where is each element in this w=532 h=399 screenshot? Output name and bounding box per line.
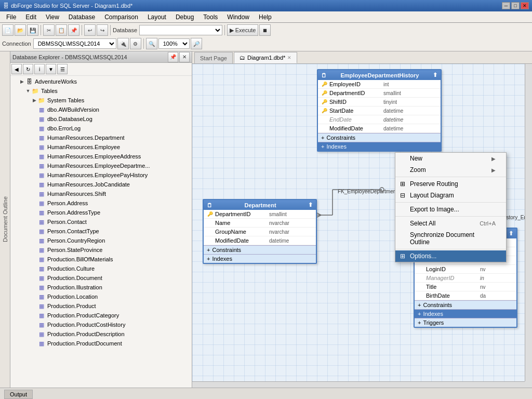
- tb-open[interactable]: 📂: [15, 24, 26, 36]
- tb-copy[interactable]: 📋: [56, 24, 67, 36]
- tb-new[interactable]: 📄: [2, 24, 14, 36]
- menu-database[interactable]: Database: [64, 12, 99, 22]
- tree-item-person-state[interactable]: ▦ Person.StateProvince: [10, 245, 192, 255]
- tree-item-errorlog[interactable]: ▦ dbo.ErrorLog: [10, 124, 192, 133]
- tree-item-person-contact[interactable]: ▦ Person.Contact: [10, 217, 192, 227]
- edh-col-shiftid: ShiftID: [329, 99, 381, 105]
- tree-item-hr-empaddress[interactable]: ▦ HumanResources.EmployeeAddress: [10, 152, 192, 161]
- tree-item-person-contacttype[interactable]: ▦ Person.ContactType: [10, 227, 192, 236]
- tb-save[interactable]: 💾: [27, 24, 38, 36]
- tab-diagram-close[interactable]: ✕: [287, 55, 291, 60]
- collapse-edh[interactable]: ⬆: [433, 72, 437, 78]
- ctx-select-all[interactable]: Select All Ctrl+A: [395, 218, 506, 229]
- vertical-scrollbar[interactable]: [525, 64, 532, 381]
- menu-window[interactable]: Window: [223, 12, 254, 22]
- tb-redo[interactable]: ↪: [97, 24, 108, 36]
- tree-item-person-country[interactable]: ▦ Person.CountryRegion: [10, 236, 192, 245]
- tree-item-prod-culture[interactable]: ▦ Production.Culture: [10, 264, 192, 273]
- tree-item-databaselog[interactable]: ▦ dbo.DatabaseLog: [10, 114, 192, 124]
- tree-item-hr-jobcand[interactable]: ▦ HumanResources.JobCandidate: [10, 180, 192, 189]
- maximize-button[interactable]: □: [511, 2, 520, 9]
- tree-item-prod-product[interactable]: ▦ Production.Product: [10, 301, 192, 311]
- collapse-dept[interactable]: ⬆: [308, 202, 313, 208]
- menu-help[interactable]: Help: [255, 12, 276, 22]
- panel-menu-btn[interactable]: ☰: [57, 64, 68, 74]
- tree-item-prod-document[interactable]: ▦ Production.Document: [10, 273, 192, 283]
- tb-paste[interactable]: 📌: [68, 24, 79, 36]
- menu-comparison[interactable]: Comparison: [100, 12, 142, 22]
- expand-adventureworks[interactable]: ▶: [19, 78, 25, 85]
- tb-connect[interactable]: 🔌: [117, 38, 129, 49]
- tree-item-person-address[interactable]: ▦ Person.Address: [10, 198, 192, 208]
- panel-close-btn[interactable]: ✕: [179, 52, 190, 62]
- tb-stop[interactable]: ⏹: [259, 24, 271, 36]
- tab-start-page[interactable]: Start Page: [194, 52, 233, 63]
- ctx-preserve-routing[interactable]: ⊞ Preserve Routing: [395, 178, 506, 190]
- emp-section-constraints[interactable]: + Constraints: [415, 300, 516, 309]
- output-tab[interactable]: Output: [4, 390, 33, 399]
- edh-section-constraints[interactable]: + Constraints: [318, 133, 441, 142]
- tree-item-adventureworks[interactable]: ▶ 🗄 AdventureWorks: [10, 77, 192, 86]
- panel-prop-btn[interactable]: i: [34, 64, 45, 74]
- zoom-combo[interactable]: 100%: [158, 38, 190, 49]
- database-combo[interactable]: [139, 25, 222, 35]
- tb-conn-mgr[interactable]: ⚙: [130, 38, 141, 49]
- dept-section-indexes[interactable]: + Indexes: [204, 254, 316, 263]
- connection-combo[interactable]: DBMSSQL\MSSQL2014: [33, 38, 116, 49]
- dept-section-constraints[interactable]: + Constraints: [204, 245, 316, 254]
- tb-execute[interactable]: ▶ Execute: [227, 24, 258, 36]
- connection-label: Connection: [2, 41, 31, 47]
- doc-outline-panel[interactable]: Document Outline: [0, 51, 10, 388]
- ctx-new[interactable]: New ▶: [395, 153, 506, 164]
- menu-debug[interactable]: Debug: [171, 12, 198, 22]
- menu-edit[interactable]: Edit: [21, 12, 41, 22]
- tree-item-tables[interactable]: ▼ 📁 Tables: [10, 86, 192, 96]
- tree-item-hr-employee[interactable]: ▦ HumanResources.Employee: [10, 142, 192, 152]
- close-button[interactable]: ✕: [521, 2, 529, 9]
- collapse-emp[interactable]: ⬆: [509, 230, 513, 237]
- tb-zoom-in[interactable]: 🔍: [146, 38, 157, 49]
- tab-diagram[interactable]: 🗂 Diagram1.dbd* ✕: [234, 52, 297, 63]
- tb-zoom-out[interactable]: 🔎: [191, 38, 202, 49]
- ctx-options[interactable]: ⊞ Options...: [395, 250, 506, 262]
- diagram-canvas[interactable]: 🗒 EmployeeDepartmentHistory ⬆ 🔑 Employee…: [192, 64, 525, 381]
- ctx-sync-outline[interactable]: Synchronize Document Outline: [395, 229, 506, 248]
- tree-item-hr-empdept[interactable]: ▦ HumanResources.EmployeeDepartme...: [10, 161, 192, 170]
- tree-item-hr-shift[interactable]: ▦ HumanResources.Shift: [10, 189, 192, 198]
- ctx-layout-diagram[interactable]: ⊟ Layout Diagram: [395, 190, 506, 201]
- tree-item-prod-illustration[interactable]: ▦ Production.Illustration: [10, 283, 192, 292]
- tree-item-prod-location[interactable]: ▦ Production.Location: [10, 292, 192, 301]
- minimize-button[interactable]: ─: [502, 2, 510, 9]
- emp-section-indexes[interactable]: + Indexes: [415, 309, 516, 318]
- edh-section-indexes[interactable]: + Indexes: [318, 142, 441, 151]
- horizontal-scrollbar[interactable]: [192, 381, 525, 388]
- menu-view[interactable]: View: [42, 12, 63, 22]
- table-header-edh[interactable]: 🗒 EmployeeDepartmentHistory ⬆: [318, 70, 441, 80]
- panel-refresh-btn[interactable]: ↻: [23, 64, 33, 74]
- tb-undo[interactable]: ↩: [84, 24, 96, 36]
- panel-pin-btn[interactable]: 📌: [168, 52, 178, 62]
- tree-item-prod-proddesc[interactable]: ▦ Production.ProductDescription: [10, 329, 192, 339]
- emp-section-triggers[interactable]: + Triggers: [415, 318, 516, 327]
- tree-item-prod-prodcost[interactable]: ▦ Production.ProductCostHistory: [10, 320, 192, 329]
- tree-item-prod-proddoc[interactable]: ▦ Production.ProductDocument: [10, 339, 192, 348]
- menu-file[interactable]: File: [2, 12, 20, 22]
- panel-back-btn[interactable]: ◀: [11, 64, 22, 74]
- panel-filter-btn[interactable]: ▼: [46, 64, 56, 74]
- tree-item-hr-department[interactable]: ▦ HumanResources.Department: [10, 133, 192, 142]
- expand-tables[interactable]: ▼: [25, 88, 31, 94]
- ctx-zoom[interactable]: Zoom ▶: [395, 164, 506, 176]
- ctx-export-image[interactable]: Export to Image...: [395, 204, 506, 215]
- table-icon-prod-culture: ▦: [37, 264, 46, 273]
- expand-system-tables[interactable]: ▶: [31, 97, 37, 103]
- menu-tools[interactable]: Tools: [199, 12, 222, 22]
- tree-item-hr-emppay[interactable]: ▦ HumanResources.EmployeePayHistory: [10, 170, 192, 180]
- tb-cut[interactable]: ✂: [43, 24, 55, 36]
- menu-layout[interactable]: Layout: [143, 12, 170, 22]
- tree-item-prod-bom[interactable]: ▦ Production.BillOfMaterials: [10, 255, 192, 264]
- tree-item-system-tables[interactable]: ▶ 📁 System Tables: [10, 96, 192, 105]
- tree-item-awbuildversion[interactable]: ▦ dbo.AWBuildVersion: [10, 105, 192, 114]
- tree-item-person-addrtype[interactable]: ▦ Person.AddressType: [10, 208, 192, 217]
- table-header-dept[interactable]: 🗒 Department ⬆: [204, 200, 316, 210]
- tree-item-prod-prodcat[interactable]: ▦ Production.ProductCategory: [10, 311, 192, 320]
